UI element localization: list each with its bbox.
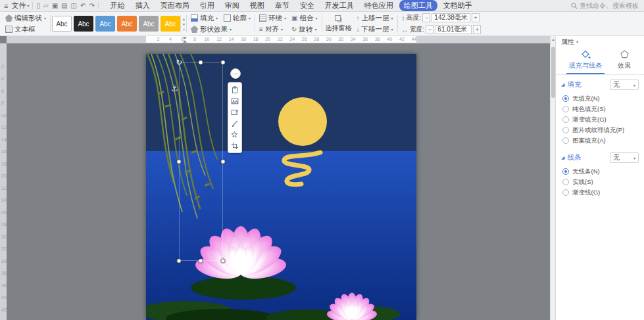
save-icon[interactable]: ▣ (52, 1, 58, 11)
vertical-scrollbar[interactable]: ▴ (550, 36, 555, 320)
selection-handle[interactable] (199, 60, 203, 65)
document-page[interactable]: ↻ ⚓ — (146, 54, 416, 320)
radio-实线(S)[interactable]: 实线(S) (561, 177, 639, 187)
text-box-icon (5, 26, 12, 33)
floating-toolbar-strip (228, 82, 242, 153)
star-effect-icon[interactable] (230, 130, 240, 139)
redo-icon[interactable]: ↷ (89, 1, 94, 11)
fill-type-dropdown[interactable]: 无 ▾ (610, 80, 639, 90)
gallery-scroll-arrows[interactable]: ▴ ▾ ▿ (180, 15, 185, 32)
ruler-number: 36 (362, 37, 368, 41)
width-increase-button[interactable]: + (473, 25, 481, 34)
chevron-down-icon: ▾ (284, 16, 286, 20)
selection-handle[interactable] (199, 259, 203, 263)
radio-dot-icon (562, 189, 569, 196)
radio-图片或纹理填充(P)[interactable]: 图片或纹理填充(P) (561, 125, 639, 135)
width-input[interactable]: 61.01毫米 (435, 25, 472, 34)
preview-icon[interactable]: ◫ (71, 1, 77, 11)
tab-特色应用[interactable]: 特色应用 (360, 0, 398, 11)
tab-effects[interactable]: 效果 (615, 50, 633, 74)
line-section-header[interactable]: ◢ 线条 无 ▾ (561, 152, 639, 163)
tab-章节[interactable]: 章节 (270, 0, 294, 11)
ruler-number: 26 (302, 37, 307, 41)
align-button[interactable]: ≡ 对齐 ▾ (259, 25, 286, 34)
gallery-more-icon[interactable]: ▿ (183, 27, 185, 32)
shape-style-preset-2[interactable]: Abc (95, 16, 115, 32)
tab-开始[interactable]: 开始 (106, 0, 130, 11)
tab-插入[interactable]: 插入 (131, 0, 155, 11)
ruler-number: 10 (1, 112, 7, 117)
shape-style-preset-5[interactable]: Abc (161, 16, 180, 32)
chevron-down-icon: ▾ (391, 27, 393, 32)
ruler-number: 42 (399, 37, 405, 41)
wrap-button[interactable]: 环绕 ▾ (259, 14, 286, 23)
ruler-number: 34 (1, 258, 7, 263)
shape-style-preset-1[interactable]: Abc (74, 16, 93, 32)
radio-纯色填充(S)[interactable]: 纯色填充(S) (561, 104, 639, 114)
open-icon[interactable]: ▱ (43, 1, 49, 11)
gallery-up-icon[interactable]: ▴ (183, 16, 185, 21)
ruler-number: 8 (1, 101, 4, 105)
edit-shape-button[interactable]: 编辑形状 ▾ (5, 14, 46, 23)
print-icon[interactable]: ▤ (61, 1, 67, 11)
collapse-toolbar-button[interactable]: — (230, 68, 241, 79)
tab-绘图工具[interactable]: 绘图工具 (399, 0, 437, 11)
selection-handle[interactable] (221, 259, 226, 263)
width-decrease-button[interactable]: − (426, 25, 433, 34)
height-increase-button[interactable]: + (472, 13, 480, 22)
tab-安全[interactable]: 安全 (295, 0, 319, 11)
radio-无线条(N)[interactable]: 无线条(N) (561, 166, 639, 177)
text-box-button[interactable]: 文本框 (5, 25, 46, 34)
line-type-dropdown[interactable]: 无 ▾ (610, 152, 639, 163)
picture-icon[interactable] (230, 97, 240, 105)
rotate-handle-icon[interactable]: ↻ (175, 58, 184, 67)
group-button[interactable]: ▣ 组合 ▾ (291, 14, 317, 23)
edit-picture-icon[interactable] (230, 108, 240, 116)
radio-图案填充(A)[interactable]: 图案填充(A) (561, 135, 639, 146)
radio-渐变线(G)[interactable]: 渐变线(G) (561, 187, 639, 198)
tab-文档助手[interactable]: 文档助手 (439, 0, 477, 11)
bring-forward-button[interactable]: ↑ 上移一层 ▾ (357, 14, 393, 23)
tab-视图[interactable]: 视图 (245, 0, 269, 11)
indent-marker-bottom[interactable] (183, 40, 187, 43)
height-decrease-button[interactable]: − (422, 13, 430, 22)
fill-button[interactable]: 填充 ▾ (191, 14, 218, 23)
indent-marker-top[interactable] (183, 37, 187, 39)
chevron-down-icon: ▾ (316, 16, 318, 20)
main-menu-icon[interactable]: ≡ (4, 2, 8, 10)
tab-审阅[interactable]: 审阅 (220, 0, 244, 11)
radio-dot-icon (562, 127, 569, 133)
search-box[interactable]: 查找命令、搜索模板 (571, 1, 640, 11)
panel-header[interactable]: 属性 ▾ (556, 36, 644, 47)
shape-style-preset-4[interactable]: Abc (139, 16, 159, 32)
crop-icon[interactable] (230, 141, 240, 150)
ruler-number: 4 (1, 76, 4, 81)
fill-section-header[interactable]: ◢ 填充 无 ▾ (561, 80, 639, 90)
group-label: 组合 (300, 14, 314, 23)
outline-button[interactable]: 轮廓 ▾ (224, 14, 251, 23)
new-doc-icon[interactable]: ▯ (36, 1, 40, 11)
undo-icon[interactable]: ↶ (80, 1, 86, 11)
send-backward-button[interactable]: ↓ 下移一层 ▾ (357, 25, 393, 34)
tab-fill-and-line[interactable]: 填充与线条 (566, 50, 605, 74)
height-input[interactable]: 142.38毫米 (432, 13, 470, 22)
paste-style-icon[interactable] (230, 85, 240, 94)
gallery-down-icon[interactable]: ▾ (183, 22, 185, 26)
ruler-number: 10 (205, 37, 210, 41)
rotate-button[interactable]: ↻ 旋转 ▾ (291, 25, 317, 34)
tab-引用[interactable]: 引用 (195, 0, 219, 11)
tab-开发工具[interactable]: 开发工具 (320, 0, 359, 11)
radio-渐变填充(G)[interactable]: 渐变填充(G) (561, 114, 639, 125)
selection-pane-button[interactable]: 选择窗格 (324, 15, 354, 33)
shape-style-preset-3[interactable]: Abc (117, 16, 137, 32)
brush-icon[interactable] (230, 119, 240, 127)
radio-无填充(N)[interactable]: 无填充(N) (561, 93, 639, 104)
selection-handle[interactable] (221, 60, 226, 65)
selection-handle[interactable] (177, 160, 182, 164)
tab-页面布局[interactable]: 页面布局 (156, 0, 194, 11)
file-menu-button[interactable]: 文件 ▾ (11, 1, 29, 11)
selection-handle[interactable] (221, 160, 226, 164)
shape-effects-button[interactable]: 形状效果 ▾ (191, 25, 251, 34)
selection-handle[interactable] (177, 259, 182, 263)
shape-style-preset-0[interactable]: Abc (52, 16, 72, 32)
